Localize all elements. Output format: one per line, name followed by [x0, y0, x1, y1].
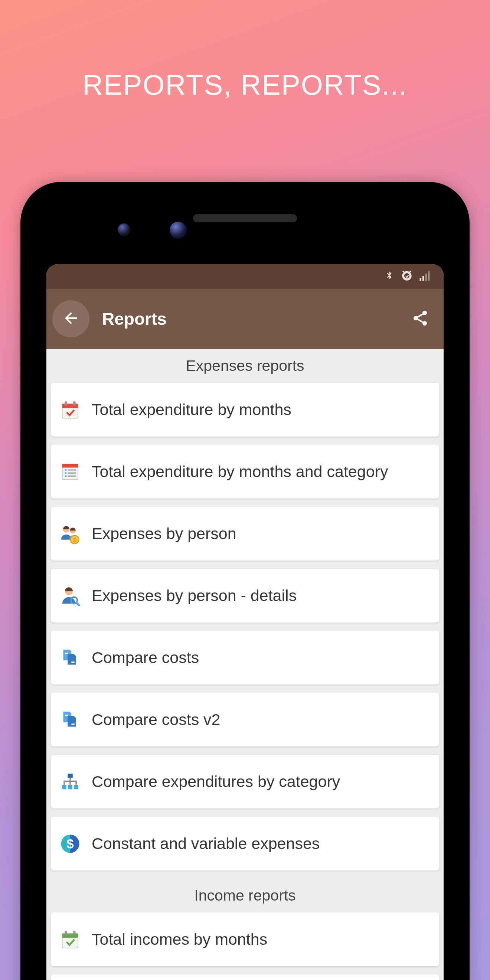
- report-label: Expenses by person: [92, 525, 430, 543]
- svg-rect-8: [62, 404, 78, 407]
- section-header-income: Income reports: [51, 879, 439, 912]
- report-item-expenses-by-person-details[interactable]: Expenses by person - details: [51, 569, 439, 622]
- report-label: Compare costs: [92, 649, 430, 667]
- content-scroll[interactable]: Expenses reports Total expenditure by mo…: [46, 349, 444, 980]
- svg-rect-18: [68, 475, 76, 476]
- status-bar: [46, 264, 444, 289]
- report-label: Constant and variable expenses: [92, 835, 430, 853]
- signal-icon: [419, 270, 433, 283]
- report-label: Total incomes by months: [92, 930, 430, 948]
- svg-rect-28: [68, 785, 72, 789]
- list-notebook-icon: [59, 461, 81, 483]
- svg-rect-13: [65, 469, 67, 470]
- compare-files-icon: [59, 709, 81, 731]
- people-coin-icon: $: [59, 523, 81, 545]
- report-item-total-expenditure-months[interactable]: Total expenditure by months: [51, 383, 439, 436]
- svg-rect-29: [74, 785, 78, 789]
- svg-point-6: [422, 321, 427, 326]
- back-button[interactable]: [52, 300, 89, 337]
- report-label: Expenses by person - details: [92, 587, 430, 605]
- phone-frame: Reports Expenses reports Total expenditu…: [21, 182, 469, 980]
- report-item-total-expenditure-months-category[interactable]: Total expenditure by months and category: [51, 445, 439, 498]
- svg-rect-2: [425, 274, 427, 281]
- svg-point-5: [414, 316, 418, 320]
- svg-rect-27: [62, 785, 67, 789]
- share-icon: [411, 309, 429, 329]
- report-label: Total expenditure by months: [92, 401, 430, 419]
- report-label: Total expenditure by months and category: [92, 463, 430, 481]
- svg-rect-9: [65, 401, 67, 406]
- svg-rect-10: [73, 401, 76, 406]
- svg-rect-12: [62, 464, 78, 467]
- hierarchy-icon: [59, 771, 81, 793]
- phone-earpiece: [193, 214, 297, 222]
- report-item-total-incomes-months[interactable]: Total incomes by months: [51, 912, 439, 966]
- compare-files-icon: [59, 647, 81, 669]
- svg-rect-34: [65, 931, 67, 935]
- app-bar-title: Reports: [102, 309, 407, 329]
- phone-camera: [118, 223, 130, 236]
- report-item-compare-costs[interactable]: Compare costs: [51, 631, 439, 684]
- person-search-icon: [59, 585, 81, 607]
- dollar-circle-icon: $: [59, 833, 81, 855]
- share-button[interactable]: [407, 306, 433, 332]
- section-header-expenses: Expenses reports: [51, 349, 439, 383]
- arrow-left-icon: [62, 309, 80, 329]
- report-label: Compare expenditures by category: [92, 773, 430, 791]
- page-heading: REPORTS, REPORTS...: [0, 69, 490, 101]
- svg-rect-3: [428, 271, 430, 281]
- calendar-check-green-icon: [59, 928, 81, 951]
- app-bar: Reports: [46, 289, 444, 349]
- screen: Reports Expenses reports Total expenditu…: [46, 264, 444, 980]
- report-item-compare-costs-v2[interactable]: Compare costs v2: [51, 693, 439, 746]
- report-label: Compare costs v2: [92, 711, 430, 729]
- svg-rect-26: [68, 773, 73, 778]
- bluetooth-icon: [384, 268, 395, 285]
- svg-rect-35: [73, 931, 76, 935]
- report-item-total-incomes-months-category[interactable]: Total incomes by months and category: [51, 974, 439, 980]
- calendar-check-icon: [59, 399, 81, 421]
- svg-rect-15: [65, 472, 67, 473]
- report-item-expenses-by-person[interactable]: $ Expenses by person: [51, 507, 439, 560]
- alarm-icon: [401, 269, 413, 283]
- svg-line-25: [77, 603, 80, 605]
- svg-point-4: [422, 311, 427, 315]
- svg-rect-0: [420, 278, 422, 281]
- svg-rect-14: [68, 469, 76, 470]
- svg-rect-17: [65, 475, 67, 476]
- svg-rect-33: [62, 933, 78, 937]
- svg-text:$: $: [73, 537, 76, 543]
- svg-rect-1: [422, 276, 424, 281]
- svg-text:$: $: [67, 836, 73, 851]
- phone-camera: [170, 222, 187, 239]
- report-item-constant-variable-expenses[interactable]: $ Constant and variable expenses: [51, 817, 439, 870]
- report-item-compare-expenditures-category[interactable]: Compare expenditures by category: [51, 755, 439, 808]
- svg-rect-16: [68, 472, 76, 473]
